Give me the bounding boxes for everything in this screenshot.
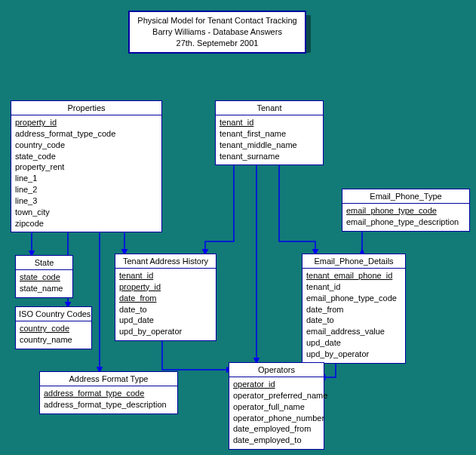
field: line_2 xyxy=(15,184,158,195)
field-pk: tenant_email_phone_id xyxy=(306,270,401,281)
entity-body: email_phone_type_codeemail_phone_type_de… xyxy=(342,204,469,231)
field: date_from xyxy=(306,304,401,315)
entity-header: ISO Country Codes xyxy=(16,307,91,321)
entity-header: Email_Phone_Details xyxy=(302,254,405,269)
field: date_employed_to xyxy=(233,435,320,446)
entity-body: tenant_idproperty_iddate_fromdate_toupd_… xyxy=(115,269,216,340)
field-pk: state_code xyxy=(20,272,69,283)
diagram-title: Physical Model for Tenant Contact Tracki… xyxy=(128,11,306,54)
field: country_name xyxy=(20,334,88,346)
entity-operators: Operators operator_idoperator_preferred_… xyxy=(229,362,324,450)
entity-header: Operators xyxy=(229,363,324,377)
field: date_to xyxy=(306,315,401,326)
field: upd_by_operator xyxy=(306,349,401,360)
field-pk: country_code xyxy=(20,323,88,334)
entity-header: Tenant xyxy=(216,101,323,115)
entity-iso-country-codes: ISO Country Codes country_codecountry_na… xyxy=(15,306,92,349)
entity-tenant: Tenant tenant_idtenant_first_nametenant_… xyxy=(215,100,324,165)
field: tenant_first_name xyxy=(220,128,319,140)
er-diagram: Physical Model for Tenant Contact Tracki… xyxy=(0,0,476,455)
entity-body: property_idaddress_format_type_codecount… xyxy=(11,115,161,232)
field: state_name xyxy=(20,283,69,294)
field: email_phone_type_code xyxy=(306,293,401,304)
entity-header: Properties xyxy=(11,101,161,115)
field: operator_preferred_name xyxy=(233,390,320,401)
entity-header: Address Format Type xyxy=(40,372,177,386)
entity-body: state_codestate_name xyxy=(16,270,72,297)
field: upd_date xyxy=(306,337,401,349)
entity-properties: Properties property_idaddress_format_typ… xyxy=(11,100,162,232)
field: date_employed_from xyxy=(233,423,320,435)
entity-header: Email_Phone_Type xyxy=(342,189,469,204)
field: operator_full_name xyxy=(233,401,320,413)
field: operator_phone_number xyxy=(233,413,320,424)
field-pk: tenant_id xyxy=(119,270,212,281)
field: tenant_surname xyxy=(220,151,319,162)
entity-header: State xyxy=(16,256,72,270)
field-pk: email_phone_type_code xyxy=(346,205,465,217)
entity-body: tenant_email_phone_idtenant_idemail_phon… xyxy=(302,269,405,363)
entity-email-phone-details: Email_Phone_Details tenant_email_phone_i… xyxy=(302,254,406,364)
field: zipcode xyxy=(15,218,158,229)
field-pk: address_format_type_code xyxy=(44,388,174,399)
entity-address-format-type: Address Format Type address_format_type_… xyxy=(39,371,178,414)
entity-body: operator_idoperator_preferred_nameoperat… xyxy=(229,377,324,449)
entity-email-phone-type: Email_Phone_Type email_phone_type_codeem… xyxy=(342,189,470,232)
field-pk: property_id xyxy=(15,117,158,128)
title-line-1: Physical Model for Tenant Contact Tracki… xyxy=(137,15,297,26)
field: address_format_type_code xyxy=(15,128,158,140)
entity-state: State state_codestate_name xyxy=(15,255,73,298)
field-pk: date_from xyxy=(119,293,212,304)
title-line-3: 27th. Septemebr 2001 xyxy=(137,38,297,49)
field: address_format_type_description xyxy=(44,399,174,410)
entity-body: tenant_idtenant_first_nametenant_middle_… xyxy=(216,115,323,164)
entity-body: address_format_type_codeaddress_format_t… xyxy=(40,386,177,413)
field: date_to xyxy=(119,304,212,315)
field: state_code xyxy=(15,151,158,162)
field: line_3 xyxy=(15,195,158,207)
field: country_code xyxy=(15,140,158,151)
field-pk: tenant_id xyxy=(220,117,319,128)
field-pk: property_id xyxy=(119,281,212,293)
field: upd_by_operator xyxy=(119,326,212,337)
field: line_1 xyxy=(15,173,158,184)
field: tenant_middle_name xyxy=(220,140,319,151)
field: property_rent xyxy=(15,161,158,173)
field: tenant_id xyxy=(306,281,401,293)
field: upd_date xyxy=(119,315,212,326)
title-line-2: Barry Williams - Database Answers xyxy=(137,26,297,38)
entity-body: country_codecountry_name xyxy=(16,321,91,349)
entity-tenant-address-history: Tenant Address History tenant_idproperty… xyxy=(115,254,217,341)
field: town_city xyxy=(15,207,158,218)
field: email_address_value xyxy=(306,326,401,337)
entity-header: Tenant Address History xyxy=(115,254,216,269)
field: email_phone_type_description xyxy=(346,217,465,228)
field-pk: operator_id xyxy=(233,379,320,390)
